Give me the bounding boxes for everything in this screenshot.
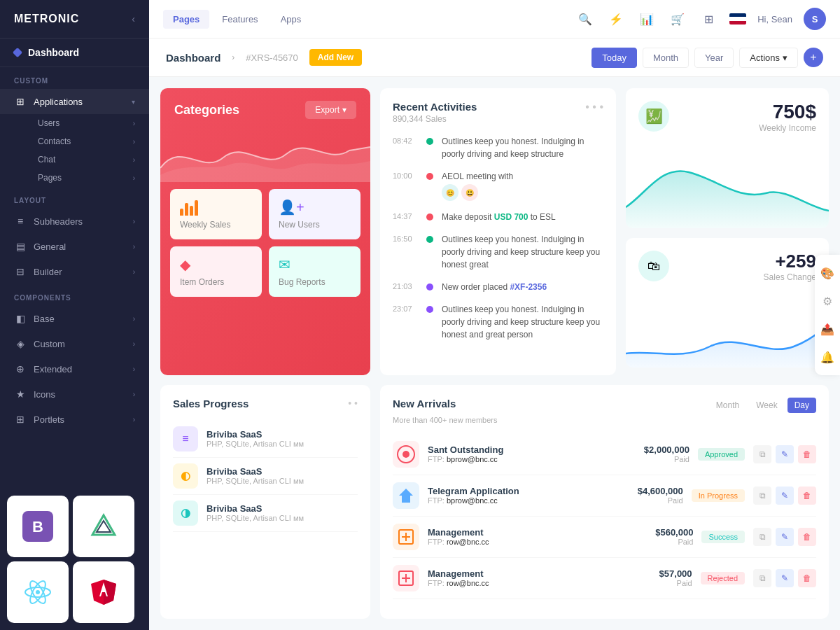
recent-activities-subtitle: 890,344 Sales xyxy=(393,114,477,124)
categories-card: Categories Export ▾ xyxy=(160,88,370,375)
side-panel-icons: 🎨 ⚙ 📤 🔔 xyxy=(815,255,840,375)
sidebar-item-builder[interactable]: ⊟ Builder › xyxy=(0,259,149,284)
chevron-down-icon: ▾ xyxy=(132,98,135,106)
sidebar-item-icons[interactable]: ★ Icons › xyxy=(0,382,149,407)
arrival-row-4: Management FTP: row@bnc.cc $57,000 Paid … xyxy=(393,558,816,599)
logo-area: METRONIC ‹ xyxy=(0,0,149,38)
arrival-name: Sant Outstanding xyxy=(428,444,636,455)
period-month-tab[interactable]: Month xyxy=(709,398,746,413)
share-icon[interactable]: 📤 xyxy=(815,316,840,342)
arrival-icon xyxy=(393,524,419,550)
extended-icon: ⊕ xyxy=(14,363,27,375)
status-badge: In Progress xyxy=(692,489,745,502)
sidebar-item-pages[interactable]: Pages › xyxy=(0,169,149,187)
edit-button[interactable]: ✎ xyxy=(776,528,794,546)
status-badge: Rejected xyxy=(701,572,745,584)
base-icon: ◧ xyxy=(14,312,27,325)
delete-button[interactable]: 🗑 xyxy=(798,528,816,546)
language-flag[interactable] xyxy=(729,13,746,24)
vue-logo xyxy=(73,496,134,557)
activity-item-1: 08:42 Outlines keep you honest. Indulgin… xyxy=(393,135,603,160)
diamond-icon: ◆ xyxy=(180,256,252,273)
period-month-btn[interactable]: Month xyxy=(643,48,689,68)
edit-button[interactable]: ✎ xyxy=(776,486,794,505)
activity-dot xyxy=(426,214,433,220)
arrival-actions: ⧉ ✎ 🗑 xyxy=(753,528,816,546)
sidebar-item-custom[interactable]: ◈ Custom › xyxy=(0,331,149,356)
activity-item-5: 21:03 New order placed #XF-2356 xyxy=(393,281,603,293)
custom-icon: ◈ xyxy=(14,337,27,350)
export-button[interactable]: Export ▾ xyxy=(305,101,356,119)
period-tabs: Month Week Day xyxy=(709,398,816,413)
arrival-icon xyxy=(393,565,419,592)
sidebar-item-users[interactable]: Users › xyxy=(0,114,149,132)
icons-icon: ★ xyxy=(14,388,27,400)
sidebar-item-subheaders[interactable]: ≡ Subheaders › xyxy=(0,209,149,234)
activity-dot xyxy=(426,284,433,290)
period-controls: Today Month Year Actions ▾ + xyxy=(592,48,823,68)
sidebar-item-contacts[interactable]: Contacts › xyxy=(0,132,149,150)
dashboard-icon xyxy=(13,48,22,57)
delete-button[interactable]: 🗑 xyxy=(798,445,816,463)
arrival-paid: Paid xyxy=(644,455,690,463)
copy-button[interactable]: ⧉ xyxy=(753,569,771,587)
nav-link-pages[interactable]: Pages xyxy=(163,10,209,29)
edit-button[interactable]: ✎ xyxy=(776,445,794,463)
copy-button[interactable]: ⧉ xyxy=(753,445,771,463)
nav-link-features[interactable]: Features xyxy=(212,10,267,29)
card-menu-icon[interactable]: • • • xyxy=(585,101,603,113)
delete-button[interactable]: 🗑 xyxy=(798,486,816,505)
arrival-name: Management xyxy=(428,568,651,579)
period-day-tab[interactable]: Day xyxy=(788,398,816,413)
sidebar-item-extended[interactable]: ⊕ Extended › xyxy=(0,356,149,382)
notification-icon[interactable]: 🔔 xyxy=(815,344,840,370)
category-bug-reports: ✉ Bug Reports xyxy=(269,246,360,297)
period-today-btn[interactable]: Today xyxy=(592,48,637,68)
sidebar-item-dashboard[interactable]: Dashboard xyxy=(0,38,149,67)
period-year-btn[interactable]: Year xyxy=(694,48,734,68)
activity-item-2: 10:00 AEOL meeting with 😊 😃 xyxy=(393,170,603,201)
delete-button[interactable]: 🗑 xyxy=(798,569,816,587)
progress-sub: PHP, SQLite, Artisan CLI мм xyxy=(206,514,358,522)
chart-icon[interactable]: 📊 xyxy=(637,9,657,29)
copy-button[interactable]: ⧉ xyxy=(753,486,771,505)
copy-button[interactable]: ⧉ xyxy=(753,528,771,546)
card-menu-icon[interactable]: • • xyxy=(348,398,358,409)
arrival-price: $560,000 xyxy=(655,527,693,538)
settings-icon[interactable]: ⚙ xyxy=(815,288,840,314)
grid-icon[interactable]: ⊞ xyxy=(699,9,718,29)
search-icon[interactable]: 🔍 xyxy=(575,9,595,29)
user-avatar[interactable]: S xyxy=(804,8,826,30)
nav-link-apps[interactable]: Apps xyxy=(271,10,312,29)
progress-item-1: ≡ Briviba SaaS PHP, SQLite, Artisan CLI … xyxy=(173,421,358,458)
network-icon[interactable]: ⚡ xyxy=(606,9,626,29)
sidebar-item-applications[interactable]: ⊞ Applications ▾ xyxy=(0,89,149,114)
edit-button[interactable]: ✎ xyxy=(776,569,794,587)
sidebar-item-portlets[interactable]: ⊞ Portlets › xyxy=(0,407,149,432)
arrival-actions: ⧉ ✎ 🗑 xyxy=(753,486,816,505)
cart-icon[interactable]: 🛒 xyxy=(668,9,687,29)
chevron-down-icon: ▾ xyxy=(342,105,346,115)
sub-header: Dashboard › #XRS-45670 Add New Today Mon… xyxy=(149,38,840,77)
bar-chart-icon xyxy=(180,199,252,216)
sidebar-collapse-icon[interactable]: ‹ xyxy=(132,13,135,24)
sidebar-item-base[interactable]: ◧ Base › xyxy=(0,306,149,331)
sidebar-item-chat[interactable]: Chat › xyxy=(0,150,149,169)
avatar: 😊 xyxy=(442,184,458,201)
arrival-price: $4,600,000 xyxy=(638,486,683,496)
period-week-tab[interactable]: Week xyxy=(749,398,784,413)
actions-button[interactable]: Actions ▾ xyxy=(739,48,798,68)
activity-list: 08:42 Outlines keep you honest. Indulgin… xyxy=(393,135,603,341)
top-navigation: Pages Features Apps 🔍 ⚡ 📊 🛒 ⊞ Hi, Sean S xyxy=(149,0,840,38)
recent-activities-card: Recent Activities 890,344 Sales • • • 08… xyxy=(380,88,616,375)
arrival-icon xyxy=(393,482,419,509)
add-icon-button[interactable]: + xyxy=(804,48,823,67)
progress-logo: ◐ xyxy=(173,463,198,489)
add-new-button[interactable]: Add New xyxy=(309,49,362,66)
sales-change-card: 🛍 +259 Sales Change xyxy=(626,238,829,368)
sales-icon: 🛍 xyxy=(638,251,669,281)
palette-icon[interactable]: 🎨 xyxy=(815,260,840,286)
sidebar: METRONIC ‹ Dashboard CUSTOM ⊞ Applicatio… xyxy=(0,0,149,630)
sales-progress-title: Sales Progress xyxy=(173,398,248,410)
sidebar-item-general[interactable]: ▤ General › xyxy=(0,234,149,259)
